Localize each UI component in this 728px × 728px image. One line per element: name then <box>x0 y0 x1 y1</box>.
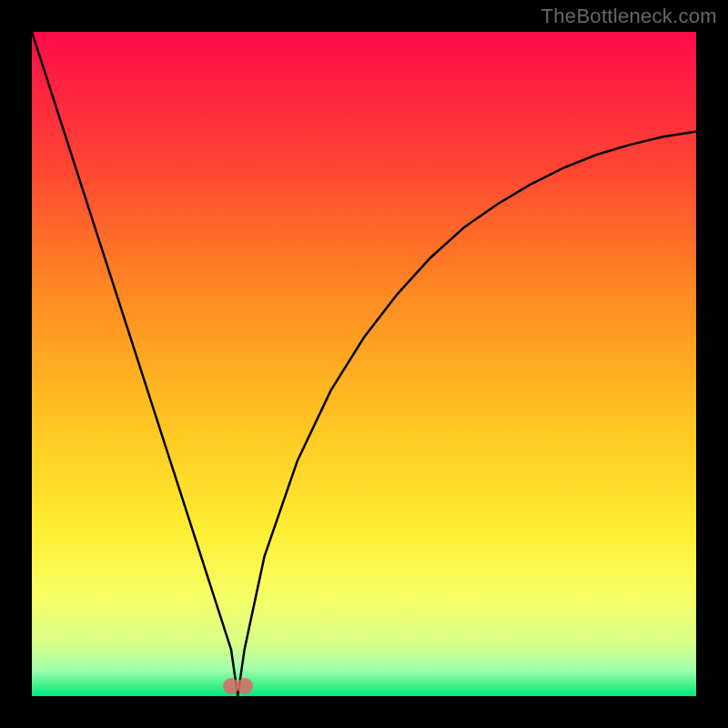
svg-rect-0 <box>32 32 696 696</box>
chart-area <box>32 32 696 696</box>
chart-container: TheBottleneck.com <box>0 0 728 728</box>
watermark-text: TheBottleneck.com <box>541 5 717 28</box>
optimum-marker <box>237 678 253 694</box>
gradient-background <box>32 32 696 696</box>
